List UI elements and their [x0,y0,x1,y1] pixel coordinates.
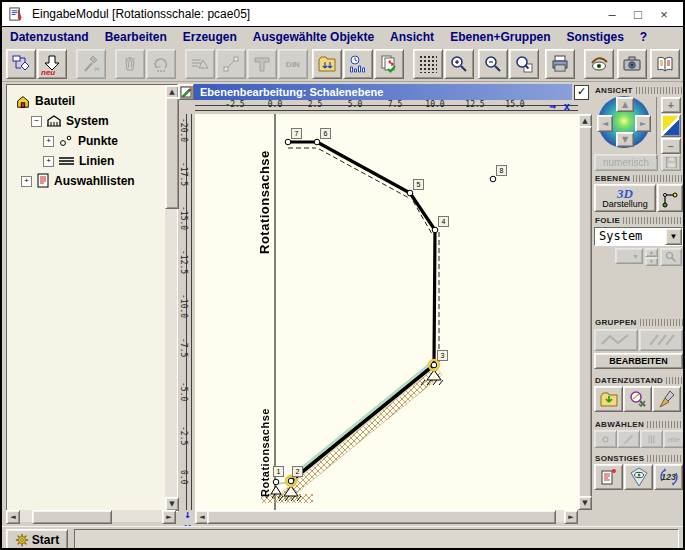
check-state-button[interactable] [623,386,652,412]
toolbar-pages-check-button[interactable] [374,49,404,79]
tree-hscroll-thumb[interactable] [32,510,112,524]
point-label-2[interactable]: 2 [292,466,303,477]
view-sphere-control[interactable]: ▲ ▼ ◄ ► [598,96,650,148]
rotate-up-button[interactable]: ▲ [616,97,634,112]
canvas-hscroll-thumb[interactable] [207,510,556,524]
menu-ebenen-gruppen[interactable]: Ebenen+Gruppen [442,30,558,44]
point-label-8[interactable]: 8 [496,165,507,176]
tree-item-system[interactable]: − System [31,113,109,129]
folie-value: System [595,228,665,245]
toolbar-modify-button [76,49,106,79]
3d-darstellung-button[interactable]: 3D Darstellung [594,184,656,212]
toolbar-print-button[interactable] [545,49,575,79]
point-label-3[interactable]: 3 [437,350,448,361]
toolbar-generate-button[interactable] [6,49,36,79]
close-button[interactable]: × [651,7,677,22]
toolbar-raster-button[interactable] [413,49,443,79]
toolbar-manual-button[interactable] [650,49,680,79]
toolbar-snapshot-button[interactable] [617,49,647,79]
tree-label-bauteil: Bauteil [35,94,75,108]
zoom-minus-button[interactable]: − [661,138,681,154]
tree-item-bauteil[interactable]: Bauteil [15,93,75,109]
sub-folie-select: ▼ [615,248,643,264]
point-label-6[interactable]: 6 [320,128,331,139]
plane-visible-checkbox[interactable]: ✓ [574,85,589,100]
point-label-7[interactable]: 7 [291,128,302,139]
rotate-left-button[interactable]: ◄ [597,115,613,132]
tree-hscrollbar[interactable]: ◄ ► [6,510,176,522]
toolbar-zoom-fit-button[interactable] [509,49,539,79]
menu-help[interactable]: ? [632,30,655,44]
x-tick: 10.0 [420,100,450,109]
tree-scroll-left-button[interactable]: ◄ [6,510,20,524]
tree-item-linien[interactable]: + Linien [43,153,114,169]
shell-face-line [288,363,431,479]
zoom-plus-button[interactable]: + [661,97,681,113]
toolbar-zoom-in-button[interactable] [444,49,474,79]
menu-ausgewaehlte-objekte[interactable]: Ausgewählte Objekte [245,30,382,44]
save-state-button[interactable] [594,386,623,412]
clean-state-button[interactable] [652,386,681,412]
toolbar-zoom-out-button[interactable] [478,49,508,79]
plane-edit-button[interactable] [178,84,194,100]
bearbeiten-button[interactable]: BEARBEITEN [594,353,683,369]
taskbar: Start [2,526,683,550]
toolbar-state-button[interactable] [343,49,373,79]
tree-vscrollbar[interactable]: ▲ ▼ [165,85,177,511]
zoom-out-icon [483,54,503,74]
renumber-button[interactable]: 123 [654,464,683,490]
rotate-down-button[interactable]: ▼ [616,132,634,147]
menu-datenzustand[interactable]: Datenzustand [2,30,97,44]
toolbar-import-button[interactable] [312,49,342,79]
folie-select[interactable]: System ▼ [594,227,683,246]
zigzag-icon [599,332,633,348]
tree-scroll-down-button[interactable]: ▼ [165,497,179,511]
doc-burst-icon [599,467,619,487]
expand-icon[interactable]: + [21,176,32,187]
tree-scroll-right-button[interactable]: ► [162,510,176,524]
node-8 [490,176,496,182]
shade-toggle-button[interactable] [661,114,681,137]
line-icon [623,434,634,445]
maximize-button[interactable]: □ [625,7,651,22]
canvas-panel: Ebenenbearbeitung: Schalenebene ✓ -2.5 0… [178,84,590,522]
collapse-icon[interactable]: − [31,116,42,127]
canvas-scroll-down-button[interactable]: ▼ [578,496,592,510]
node-1 [273,479,279,485]
canvas-vscroll-thumb[interactable] [578,126,592,498]
expand-icon[interactable]: + [43,136,54,147]
folder-import-icon [317,54,337,74]
tree-item-punkte[interactable]: + Punkte [43,133,118,149]
menu-erzeugen[interactable]: Erzeugen [175,30,245,44]
point-label-5[interactable]: 5 [413,179,424,190]
toolbar-new-button[interactable]: neu [37,49,67,79]
tree-vscroll-thumb[interactable] [165,97,179,209]
point-label-1[interactable]: 1 [273,466,284,477]
menu-sonstiges[interactable]: Sonstiges [558,30,631,44]
new-document-button[interactable] [594,464,623,490]
menu-bearbeiten[interactable]: Bearbeiten [97,30,175,44]
preview-button[interactable] [624,464,653,490]
tree-item-auswahllisten[interactable]: + Auswahllisten [21,173,135,189]
menu-ansicht[interactable]: Ansicht [382,30,442,44]
node-markers[interactable] [273,139,496,485]
dropdown-arrow-icon[interactable]: ▼ [665,228,682,245]
canvas-vscrollbar[interactable]: ▲ ▼ [578,114,590,510]
menu-bar: Datenzustand Bearbeiten Erzeugen Ausgewä… [2,27,683,47]
plane-axes-button[interactable] [657,184,683,212]
shell-generator-line[interactable] [288,142,435,365]
shell-base-line[interactable] [291,365,434,481]
canvas-scroll-right-button[interactable]: ► [564,510,578,524]
canvas-hscrollbar[interactable]: ◄ ► [195,510,578,522]
hammer-icon [81,54,101,74]
start-button[interactable]: Start [6,529,68,550]
rotate-right-button[interactable]: ► [635,115,651,132]
drawing-area[interactable]: 7 6 5 4 8 3 2 1 Rotationsachse Rotations… [195,114,578,510]
toolbar-link-button [216,49,246,79]
point-label-4[interactable]: 4 [438,216,449,227]
expand-icon[interactable]: + [43,156,54,167]
minimize-button[interactable]: – [599,7,625,22]
folder-save-icon [599,389,619,409]
toolbar-view-button[interactable] [584,49,614,79]
magnifier-edit-icon [628,389,648,409]
